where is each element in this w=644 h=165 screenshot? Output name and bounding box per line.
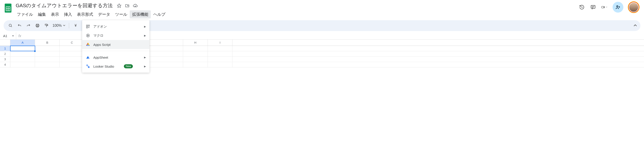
- zoom-value: 100%: [52, 24, 62, 28]
- col-header[interactable]: C: [60, 40, 84, 46]
- cell[interactable]: [183, 57, 208, 62]
- addons-icon: [86, 24, 90, 29]
- cell[interactable]: [10, 51, 35, 56]
- account-avatar[interactable]: [629, 2, 638, 12]
- cell[interactable]: [35, 51, 60, 56]
- move-icon[interactable]: [125, 3, 130, 8]
- row-header[interactable]: 4: [0, 62, 10, 67]
- svg-point-9: [616, 6, 618, 7]
- new-badge: New: [124, 64, 133, 67]
- search-icon[interactable]: [7, 22, 14, 29]
- svg-rect-19: [88, 25, 90, 26]
- menu-item-looker-studio[interactable]: Looker Studio New ▶: [82, 62, 150, 67]
- menu-help[interactable]: ヘルプ: [151, 10, 168, 19]
- cell[interactable]: [10, 57, 35, 62]
- cell[interactable]: [35, 57, 60, 62]
- share-button[interactable]: [612, 2, 623, 13]
- svg-marker-4: [117, 4, 121, 8]
- col-header[interactable]: A: [10, 40, 35, 46]
- history-icon[interactable]: [579, 4, 585, 10]
- cell[interactable]: [60, 51, 84, 56]
- comment-icon[interactable]: [590, 4, 596, 10]
- name-box-value: A1: [3, 34, 7, 38]
- svg-point-25: [88, 44, 88, 45]
- redo-button[interactable]: [25, 22, 32, 29]
- cell[interactable]: [208, 51, 232, 56]
- fx-icon: fx: [16, 34, 23, 38]
- menu-item-label: AppSheet: [93, 56, 108, 59]
- cell[interactable]: [60, 46, 84, 51]
- print-button[interactable]: [34, 22, 41, 29]
- submenu-arrow-icon: ▶: [144, 56, 146, 59]
- doc-title[interactable]: GASのタイムアウトエラーを回避する方法: [14, 2, 114, 10]
- apps-script-icon: [86, 42, 90, 47]
- menu-data[interactable]: データ: [96, 10, 113, 19]
- collapse-toolbar-button[interactable]: [633, 24, 637, 28]
- svg-rect-8: [602, 6, 604, 8]
- extensions-dropdown: アドオン ▶ マクロ ▶ Apps Script AppSheet ▶ Look…: [82, 20, 150, 67]
- cell[interactable]: [35, 62, 60, 67]
- submenu-arrow-icon: ▶: [144, 34, 146, 37]
- col-header[interactable]: B: [35, 40, 60, 46]
- cell[interactable]: [183, 62, 208, 67]
- cell[interactable]: [208, 46, 232, 51]
- zoom-select[interactable]: 100%: [52, 24, 66, 28]
- cell[interactable]: [208, 57, 232, 62]
- col-header[interactable]: I: [208, 40, 232, 46]
- cell[interactable]: [10, 46, 35, 51]
- svg-line-13: [11, 26, 12, 27]
- menu-view[interactable]: 表示: [48, 10, 62, 19]
- cell[interactable]: [60, 57, 84, 62]
- svg-rect-17: [45, 24, 47, 25]
- svg-point-12: [9, 24, 12, 27]
- menu-format[interactable]: 表示形式: [74, 10, 96, 19]
- menu-file[interactable]: ファイル: [14, 10, 36, 19]
- menu-item-label: アドオン: [93, 25, 107, 29]
- row-header[interactable]: 3: [0, 57, 10, 62]
- cell[interactable]: [60, 62, 84, 67]
- cell[interactable]: [183, 51, 208, 56]
- sheets-logo[interactable]: [4, 2, 12, 14]
- macros-icon: [86, 33, 90, 38]
- name-box[interactable]: A1 ▼: [0, 32, 16, 39]
- svg-rect-20: [86, 27, 88, 28]
- menu-item-addons[interactable]: アドオン ▶: [82, 22, 150, 31]
- menu-item-label: Apps Script: [93, 43, 110, 47]
- currency-button[interactable]: ¥: [72, 22, 80, 29]
- col-header[interactable]: H: [183, 40, 208, 46]
- star-icon[interactable]: [117, 3, 122, 8]
- menu-insert[interactable]: 挿入: [62, 10, 74, 19]
- svg-marker-24: [88, 35, 89, 36]
- menu-separator: [82, 51, 150, 51]
- menu-item-apps-script[interactable]: Apps Script: [82, 40, 150, 49]
- menu-edit[interactable]: 編集: [36, 10, 48, 19]
- paint-format-button[interactable]: [43, 22, 50, 29]
- cell[interactable]: [208, 62, 232, 67]
- menu-extensions[interactable]: 拡張機能: [130, 10, 151, 19]
- looker-icon: [86, 64, 90, 67]
- undo-button[interactable]: [16, 22, 23, 29]
- cell[interactable]: [183, 46, 208, 51]
- appsheet-icon: [86, 55, 90, 60]
- select-all-corner[interactable]: [0, 40, 10, 46]
- menu-tools[interactable]: ツール: [113, 10, 130, 19]
- menu-item-appsheet[interactable]: AppSheet ▶: [82, 53, 150, 62]
- meet-icon[interactable]: [601, 4, 607, 10]
- menu-item-macros[interactable]: マクロ ▶: [82, 31, 150, 40]
- menu-item-label: Looker Studio: [93, 65, 114, 68]
- submenu-arrow-icon: ▶: [144, 25, 146, 28]
- chevron-down-icon: ▼: [12, 35, 16, 37]
- menu-item-label: マクロ: [93, 34, 104, 38]
- cloud-status-icon[interactable]: [133, 3, 138, 8]
- cell[interactable]: [10, 62, 35, 67]
- row-header[interactable]: 1: [0, 46, 10, 51]
- cell[interactable]: [35, 46, 60, 51]
- svg-line-28: [88, 66, 88, 67]
- svg-rect-5: [591, 6, 595, 8]
- row-header[interactable]: 2: [0, 51, 10, 57]
- menu-bar: ファイル 編集 表示 挿入 表示形式 データ ツール 拡張機能 ヘルプ: [14, 10, 168, 20]
- submenu-arrow-icon: ▶: [144, 65, 146, 68]
- svg-rect-18: [86, 25, 88, 26]
